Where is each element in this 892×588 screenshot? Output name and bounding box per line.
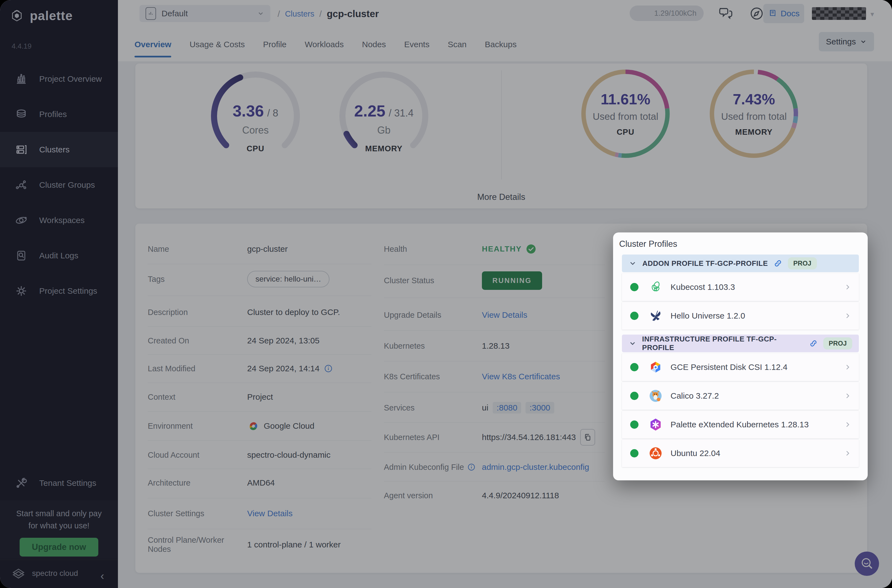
gce-persistent-disk-logo-icon <box>649 360 663 374</box>
chevron-down-icon <box>629 259 637 267</box>
addon-profile-label: ADDON PROFILE TF-GCP-PROFILE <box>642 259 768 268</box>
chevron-right-icon <box>844 421 851 428</box>
status-dot-green <box>630 420 638 429</box>
profile-layer-name: Palette eXtended Kubernetes 1.28.13 <box>671 420 844 429</box>
palette-app-window: palette 4.4.19 Project Overview Profiles… <box>0 0 892 588</box>
palette-extended-kubernetes-logo-icon <box>649 417 663 432</box>
status-dot-green <box>630 283 638 291</box>
profile-layer-name: GCE Persistent Disk CSI 1.12.4 <box>671 363 844 372</box>
status-dot-green <box>630 392 638 400</box>
chevron-right-icon <box>844 284 851 291</box>
link-icon <box>773 259 782 268</box>
calico-logo-icon <box>649 388 663 403</box>
screenshot-stage: palette 4.4.19 Project Overview Profiles… <box>0 0 892 588</box>
profile-layer-hello-universe[interactable]: Hello Universe 1.2.0 <box>622 302 859 330</box>
infrastructure-profile-header[interactable]: INFRASTRUCTURE PROFILE TF-GCP-PROFILE PR… <box>622 334 859 352</box>
profile-layer-kubecost[interactable]: Kubecost 1.103.3 <box>622 273 859 301</box>
hello-universe-logo-icon <box>649 309 663 323</box>
profile-layer-name: Hello Universe 1.2.0 <box>671 311 844 321</box>
kubecost-logo-icon <box>649 280 663 294</box>
cluster-profiles-panel: Cluster Profiles ADDON PROFILE TF-GCP-PR… <box>613 232 868 480</box>
chevron-down-icon <box>629 339 637 348</box>
status-dot-green <box>630 312 638 320</box>
addon-profile-header[interactable]: ADDON PROFILE TF-GCP-PROFILE PROJ <box>622 255 859 272</box>
chevron-right-icon <box>844 392 851 399</box>
cluster-profiles-title: Cluster Profiles <box>619 239 677 249</box>
chevron-right-icon <box>844 312 851 320</box>
infrastructure-profile-label: INFRASTRUCTURE PROFILE TF-GCP-PROFILE <box>642 335 803 352</box>
profile-layer-name: Calico 3.27.2 <box>671 391 844 400</box>
proj-scope-badge: PROJ <box>823 338 852 350</box>
status-dot-green <box>630 363 638 371</box>
profile-layer-palette-extended-kubernetes[interactable]: Palette eXtended Kubernetes 1.28.13 <box>622 411 859 438</box>
link-icon <box>809 339 818 348</box>
chevron-right-icon <box>844 450 851 457</box>
profile-layer-name: Ubuntu 22.04 <box>671 448 844 458</box>
profile-layer-ubuntu[interactable]: Ubuntu 22.04 <box>622 440 859 467</box>
profile-layer-gce-disk[interactable]: GCE Persistent Disk CSI 1.12.4 <box>622 353 859 381</box>
profile-layer-name: Kubecost 1.103.3 <box>671 282 844 292</box>
profile-layer-calico[interactable]: Calico 3.27.2 <box>622 382 859 410</box>
ubuntu-logo-icon <box>649 446 663 460</box>
proj-scope-badge: PROJ <box>788 257 817 269</box>
chevron-right-icon <box>844 364 851 371</box>
status-dot-green <box>630 449 638 458</box>
